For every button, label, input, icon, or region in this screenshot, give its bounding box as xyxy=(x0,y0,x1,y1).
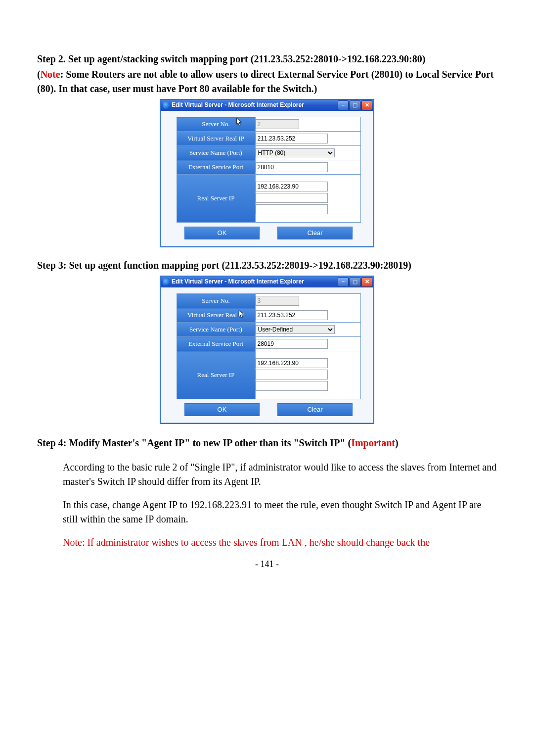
ok-button[interactable]: OK xyxy=(184,227,260,239)
edit-virtual-server-dialog-1: Edit Virtual Server - Microsoft Internet… xyxy=(160,99,374,247)
page-number: - 141 - xyxy=(37,558,497,570)
ie-icon xyxy=(163,279,170,285)
dialog1-form-table: Server No. Virtual Server Real IP Servic… xyxy=(177,117,361,223)
ext-port-field[interactable] xyxy=(256,162,328,172)
label-vsr-ip: Virtual Server Real IP xyxy=(177,308,255,323)
vsr-ip-field[interactable] xyxy=(256,134,328,143)
label-real-ip: Real Server IP xyxy=(177,175,255,223)
real-ip-field-3[interactable] xyxy=(256,204,328,214)
step-2-line1: Step 2. Set up agent/stacking switch map… xyxy=(37,52,497,66)
ext-port-field[interactable] xyxy=(256,339,328,349)
step2-paren-open: ( xyxy=(37,69,41,80)
step-4-line: Step 4: Modify Master's "Agent IP" to ne… xyxy=(37,436,497,450)
label-real-ip: Real Server IP xyxy=(177,351,255,399)
dialog2-form-table: Server No. Virtual Server Real IP Servic… xyxy=(177,293,361,399)
ok-button[interactable]: OK xyxy=(184,403,260,416)
real-ip-field-1[interactable] xyxy=(256,182,328,191)
label-vsr-ip: Virtual Server Real IP xyxy=(177,132,255,146)
close-button[interactable]: ✕ xyxy=(361,100,372,110)
minimize-button[interactable]: – xyxy=(338,277,349,287)
maximize-button[interactable]: ▢ xyxy=(350,100,360,110)
step4-a: Step 4: Modify Master's "Agent IP" to ne… xyxy=(37,437,351,448)
step-2-line2: (Note: Some Routers are not able to allo… xyxy=(37,67,497,96)
dialog2-titlebar[interactable]: Edit Virtual Server - Microsoft Internet… xyxy=(161,277,373,287)
ie-icon xyxy=(163,102,170,109)
dialog2-title: Edit Virtual Server - Microsoft Internet… xyxy=(172,278,338,286)
label-vsr-ip-text: Virtual Server Real IP xyxy=(187,311,244,319)
label-ext-port: External Service Port xyxy=(177,160,255,175)
label-service-name: Service Name (Port) xyxy=(177,323,255,337)
step4-paragraph-2: In this case, change Agent IP to 192.168… xyxy=(63,498,497,526)
clear-button[interactable]: Clear xyxy=(277,227,353,239)
label-ext-port: External Service Port xyxy=(177,337,255,351)
server-no-field xyxy=(256,296,299,306)
minimize-button[interactable]: – xyxy=(338,100,349,110)
close-button[interactable]: ✕ xyxy=(361,277,372,287)
vsr-ip-field[interactable] xyxy=(256,310,328,320)
step4-important: Important xyxy=(351,437,395,448)
step4-paragraph-1: According to the basic rule 2 of "Single… xyxy=(63,460,497,489)
server-no-field xyxy=(256,119,299,129)
real-ip-field-2[interactable] xyxy=(256,370,328,379)
step2-note-word: Note xyxy=(41,69,60,80)
real-ip-field-1[interactable] xyxy=(256,358,328,368)
step2-rest: : Some Routers are not able to allow use… xyxy=(37,69,493,94)
real-ip-field-3[interactable] xyxy=(256,381,328,391)
label-server-no: Server No. xyxy=(177,117,255,132)
label-service-name: Service Name (Port) xyxy=(177,146,255,160)
service-name-select[interactable]: User-Defined xyxy=(256,325,335,334)
dialog1-title: Edit Virtual Server - Microsoft Internet… xyxy=(172,101,338,109)
clear-button[interactable]: Clear xyxy=(277,403,353,416)
maximize-button[interactable]: ▢ xyxy=(350,277,360,287)
label-server-no: Server No. xyxy=(177,294,255,308)
service-name-select[interactable]: HTTP (80) xyxy=(256,148,335,157)
label-server-no-text: Server No. xyxy=(202,120,229,128)
dialog1-titlebar[interactable]: Edit Virtual Server - Microsoft Internet… xyxy=(161,100,373,111)
cell-server-no xyxy=(255,117,360,132)
step4-b: ) xyxy=(395,437,399,448)
step-3-line: Step 3: Set up agent function mapping po… xyxy=(37,258,497,273)
edit-virtual-server-dialog-2: Edit Virtual Server - Microsoft Internet… xyxy=(160,276,374,424)
step4-paragraph-3-note: Note: If administrator wishes to access … xyxy=(63,535,497,550)
real-ip-field-2[interactable] xyxy=(256,193,328,203)
cursor-icon xyxy=(236,118,243,126)
